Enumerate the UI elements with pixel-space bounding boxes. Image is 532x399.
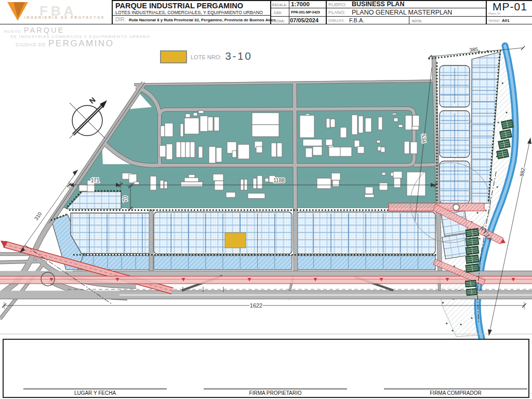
legend-value: 3-10 — [225, 50, 252, 62]
project-watermark: NUEVO PARQUE DE INDUSTRIAS COMERCIOS Y E… — [4, 26, 150, 48]
building — [358, 116, 363, 133]
building — [365, 187, 373, 194]
building — [330, 119, 335, 127]
building — [271, 143, 276, 157]
building — [317, 178, 331, 189]
signature-label-lugar: LUGAR Y FECHA — [23, 390, 167, 396]
building — [394, 118, 398, 122]
dim-label-river_side: 882 — [518, 167, 526, 177]
lot-block — [442, 234, 469, 259]
building — [377, 140, 380, 143]
building — [378, 117, 382, 130]
tree-dot — [498, 122, 499, 123]
building — [277, 143, 282, 157]
building — [253, 178, 257, 189]
building — [252, 125, 279, 137]
building — [365, 118, 371, 132]
building — [313, 147, 322, 155]
building — [184, 118, 199, 134]
signature-box: LUGAR Y FECHA FIRMA PROPIETARIO FIRMA CO… — [3, 339, 529, 398]
escala-label: ESCALA: — [272, 3, 287, 7]
dim-label-left_vertical: 70 — [123, 196, 128, 202]
plano-label: PLANO: — [328, 10, 345, 15]
sheet-number-label: Plano N° — [488, 12, 501, 15]
building — [248, 193, 265, 198]
signature-label-propietario: FIRMA PROPIETARIO — [204, 390, 347, 396]
building — [331, 173, 340, 180]
dir-label: DIR: — [115, 17, 126, 22]
building — [165, 123, 173, 137]
tree-dot — [485, 210, 487, 211]
building — [200, 116, 208, 131]
tree-dot — [471, 317, 473, 319]
building — [213, 174, 223, 181]
wm-ciudad: CIUDAD DE — [16, 42, 46, 47]
lot-legend: LOTE NRO: 3-10 — [160, 50, 252, 63]
building — [134, 182, 139, 184]
building — [404, 141, 409, 154]
dim-label-left_diagonal: 310 — [33, 211, 43, 221]
building — [216, 148, 222, 162]
tree-dot — [506, 112, 508, 113]
dim-label-mid: 1188 — [273, 178, 285, 183]
building — [181, 182, 203, 187]
building — [305, 148, 312, 157]
escala-value: 1:7000 — [291, 1, 310, 7]
dim-label-top_right: 385 — [469, 46, 478, 52]
signature-line — [384, 388, 527, 390]
panel-group — [466, 255, 479, 264]
building — [176, 142, 181, 157]
north-arrow — [70, 100, 107, 138]
building — [329, 147, 341, 156]
fba-logo-icon-shade — [14, 2, 25, 18]
fecha-value: 07/05/2024 — [290, 17, 318, 23]
tree-dot — [502, 83, 503, 84]
panel-group — [467, 288, 477, 295]
building — [193, 113, 197, 116]
signature-line — [23, 388, 167, 390]
building — [352, 115, 357, 135]
legend-label: LOTE NRO: — [191, 54, 221, 60]
building — [392, 113, 396, 115]
building — [232, 151, 236, 157]
rubro-value: BUSINESS PLAN — [352, 1, 404, 8]
wm-pergamino: PERGAMINO — [48, 38, 114, 48]
tree-dot — [446, 323, 447, 324]
drawing-sheet: 3855348821711188703101622NRT7A FBA INGEN… — [0, 0, 532, 399]
building — [252, 113, 279, 125]
tree-dot — [460, 324, 462, 325]
version-value: A01 — [502, 18, 510, 23]
building — [238, 144, 249, 159]
building — [300, 115, 314, 138]
building — [160, 180, 164, 189]
building — [190, 142, 195, 157]
highlight-lot-yellow — [225, 233, 246, 248]
tree-dot — [477, 212, 478, 214]
building — [161, 126, 165, 137]
project-title: PARQUE INDUSTRIAL PERGAMINO — [115, 2, 243, 10]
building — [180, 124, 183, 137]
building — [393, 171, 402, 178]
tree-dot — [442, 302, 444, 303]
legend-swatch — [160, 50, 187, 63]
building — [214, 117, 219, 131]
version-label: Version — [488, 19, 499, 22]
building — [357, 147, 364, 153]
building — [394, 178, 401, 188]
building — [326, 118, 330, 128]
dir-value: Ruta Nacional 8 y Ruta Provincial 32, Pe… — [129, 18, 275, 22]
cad-label: CAD: — [274, 11, 282, 15]
wm-parque: PARQUE — [24, 26, 64, 34]
building — [226, 192, 235, 197]
dim-label-left_small: 171 — [91, 178, 100, 183]
signature-line — [204, 388, 347, 390]
building — [244, 179, 247, 190]
building — [326, 139, 332, 145]
building — [407, 172, 425, 196]
building — [208, 117, 213, 131]
lot-block — [71, 213, 150, 254]
building — [354, 140, 360, 147]
project-subtitle: LOTES INDUSTRIALES, COMERCIALES, Y EQUIP… — [115, 10, 263, 15]
panel-group — [466, 264, 479, 273]
plano-value: PLANO GENERAL MASTERPLAN — [352, 9, 452, 16]
